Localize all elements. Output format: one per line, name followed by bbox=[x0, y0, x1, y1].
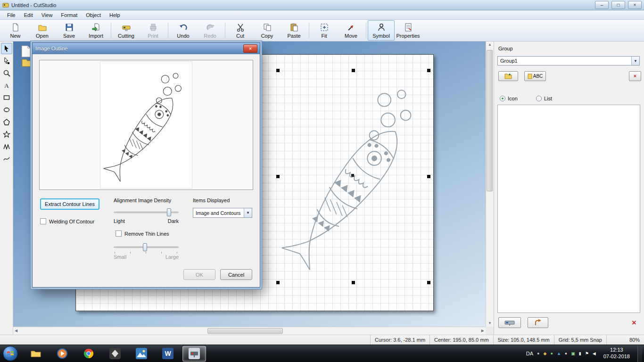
welding-of-contour-checkbox[interactable]: Welding Of Contour bbox=[40, 218, 94, 224]
tool-star[interactable] bbox=[1, 129, 12, 140]
symbol-list[interactable] bbox=[497, 105, 640, 313]
send-to-cutter-button[interactable] bbox=[498, 317, 521, 328]
tool-polyline[interactable] bbox=[1, 141, 12, 152]
size-slider-thumb[interactable] bbox=[143, 243, 147, 251]
vertical-scrollbar-thumb[interactable] bbox=[487, 50, 493, 191]
insert-symbol-button[interactable] bbox=[528, 317, 548, 328]
density-slider-thumb[interactable] bbox=[167, 208, 171, 216]
tool-rectangle[interactable] bbox=[1, 92, 12, 103]
toolbar-new-button[interactable]: New bbox=[2, 20, 29, 41]
selection-handle-bottom-left[interactable] bbox=[276, 281, 280, 284]
rename-abc-button[interactable]: ABC bbox=[524, 71, 546, 81]
radio-dot-icon bbox=[536, 96, 542, 101]
items-displayed-dropdown[interactable]: Image and Contours ▼ bbox=[193, 208, 252, 218]
dialog-close-button[interactable]: × bbox=[243, 44, 257, 53]
group-dropdown[interactable]: Group1 ▼ bbox=[497, 56, 640, 66]
taskbar-word[interactable]: W bbox=[156, 346, 180, 362]
cancel-button[interactable]: Cancel bbox=[220, 269, 252, 280]
tray-battery-icon[interactable]: ▮ bbox=[579, 352, 581, 356]
selection-handle-top-right[interactable] bbox=[427, 69, 430, 72]
horizontal-scrollbar-thumb[interactable] bbox=[207, 328, 283, 334]
taskbar-cutstudio[interactable] bbox=[182, 346, 206, 362]
toolbar-symbol-button[interactable]: Symbol bbox=[368, 20, 395, 41]
checkbox-icon[interactable] bbox=[40, 218, 46, 224]
clock-date: 07-02-2018 bbox=[603, 354, 630, 360]
tool-polygon[interactable] bbox=[1, 116, 12, 128]
tool-node-edit[interactable] bbox=[1, 55, 12, 66]
toolbar-cut-button[interactable]: Cut bbox=[227, 20, 254, 41]
selection-handle-top-center[interactable] bbox=[352, 69, 355, 72]
taskbar-inkscape[interactable] bbox=[103, 346, 127, 362]
size-minmax: Small Large bbox=[114, 254, 179, 260]
status-bar: Cursor: 3.6, -28.1 mm Center: 195.0, 85.… bbox=[0, 335, 644, 345]
menu-format[interactable]: Format bbox=[57, 11, 82, 19]
tray-app-icon[interactable]: ● bbox=[537, 352, 539, 356]
menu-object[interactable]: Object bbox=[82, 11, 105, 19]
selection-center-marker[interactable] bbox=[351, 174, 354, 177]
toolbar-copy-button[interactable]: Copy bbox=[254, 20, 281, 41]
remove-thin-lines-checkbox[interactable]: Remove Thin Lines bbox=[116, 230, 169, 237]
density-slider[interactable] bbox=[114, 208, 179, 216]
tray-volume-icon[interactable]: ◀ bbox=[593, 352, 596, 356]
menu-edit[interactable]: Edit bbox=[20, 11, 37, 19]
menu-file[interactable]: File bbox=[3, 11, 20, 19]
title-bar[interactable]: Untitled - CutStudio – □ × bbox=[0, 0, 644, 10]
thin-line-size-slider[interactable] bbox=[114, 243, 179, 251]
language-indicator[interactable]: DA bbox=[526, 351, 533, 356]
taskbar-chrome[interactable] bbox=[77, 346, 100, 362]
scroll-down-icon[interactable]: ▼ bbox=[487, 320, 493, 327]
toolbar-import-button[interactable]: Import bbox=[83, 20, 109, 41]
menu-help[interactable]: Help bbox=[105, 11, 124, 19]
taskbar-media-player[interactable] bbox=[50, 346, 74, 362]
outline-preview-box bbox=[39, 60, 253, 190]
dialog-title-bar[interactable]: Image Outline bbox=[33, 43, 260, 54]
toolbar-fit-button[interactable]: Fit bbox=[311, 20, 338, 41]
close-button[interactable]: × bbox=[628, 1, 642, 9]
view-icon-radio[interactable]: Icon bbox=[500, 96, 518, 101]
items-dropdown-arrow-icon[interactable]: ▼ bbox=[244, 208, 252, 217]
scroll-up-icon[interactable]: ▲ bbox=[487, 41, 493, 48]
tray-display-icon[interactable]: ▣ bbox=[571, 352, 575, 356]
tray-updater-icon[interactable]: ● bbox=[550, 352, 553, 356]
toolbar-paste-button[interactable]: Paste bbox=[281, 20, 307, 41]
taskbar-photo-viewer[interactable] bbox=[130, 346, 153, 362]
outline-preview-image bbox=[100, 62, 192, 188]
taskbar-clock[interactable]: 12:13 07-02-2018 bbox=[600, 347, 634, 360]
scroll-right-icon[interactable]: ▶ bbox=[480, 328, 486, 334]
selection-handle-mid-left[interactable] bbox=[276, 175, 280, 178]
tray-sync-icon[interactable]: ● bbox=[565, 352, 567, 356]
view-list-radio[interactable]: List bbox=[536, 96, 552, 101]
selection-handle-bottom-right[interactable] bbox=[427, 281, 430, 284]
selection-handle-top-left[interactable] bbox=[276, 69, 280, 72]
group-dropdown-arrow-icon[interactable]: ▼ bbox=[631, 57, 639, 65]
checkbox-icon[interactable] bbox=[116, 230, 122, 237]
delete-group-button[interactable]: × bbox=[629, 71, 641, 81]
menu-view[interactable]: View bbox=[37, 11, 57, 19]
selection-handle-mid-right[interactable] bbox=[427, 175, 430, 178]
toolbar-save-button[interactable]: Save bbox=[56, 20, 83, 41]
extract-contour-lines-button[interactable]: Extract Contour Lines bbox=[40, 198, 99, 210]
maximize-button[interactable]: □ bbox=[611, 1, 625, 9]
app-icon bbox=[2, 2, 9, 8]
toolbar-undo-button[interactable]: Undo bbox=[170, 20, 197, 41]
show-desktop-button[interactable] bbox=[637, 345, 642, 362]
scroll-left-icon[interactable]: ◀ bbox=[13, 328, 19, 334]
tool-curve[interactable] bbox=[1, 153, 12, 165]
selection-handle-bottom-center[interactable] bbox=[352, 281, 355, 284]
tool-ellipse[interactable] bbox=[1, 104, 12, 115]
toolbar-move-button[interactable]: Move bbox=[338, 20, 364, 41]
toolbar-properties-button[interactable]: Properties bbox=[395, 20, 421, 41]
delete-symbol-button[interactable]: × bbox=[627, 317, 641, 328]
tray-location-icon[interactable]: ◆ bbox=[544, 352, 547, 356]
start-button[interactable] bbox=[3, 346, 18, 361]
taskbar-explorer[interactable] bbox=[24, 346, 48, 362]
toolbar-cutting-button[interactable]: Cutting bbox=[113, 20, 140, 41]
tool-select[interactable] bbox=[1, 43, 12, 54]
tray-flag-icon[interactable]: ⚑ bbox=[585, 352, 589, 356]
minimize-button[interactable]: – bbox=[595, 1, 609, 9]
new-group-button[interactable] bbox=[498, 71, 518, 81]
tool-zoom[interactable] bbox=[1, 67, 12, 79]
tool-text[interactable]: A bbox=[1, 80, 12, 91]
toolbar-open-button[interactable]: Open bbox=[29, 20, 56, 41]
tray-shield-icon[interactable]: ▲ bbox=[557, 352, 561, 356]
